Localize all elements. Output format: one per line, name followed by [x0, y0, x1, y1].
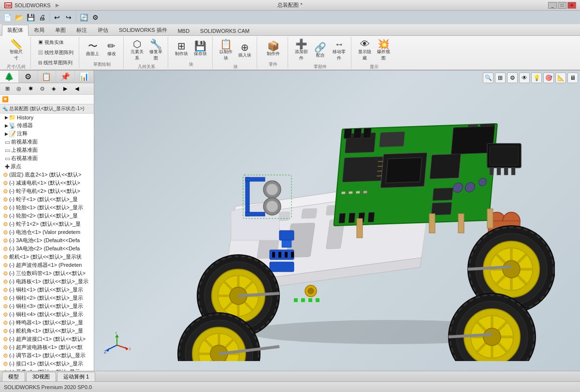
tree-item-snake1[interactable]: ⚙ (-) 蛇子<1> (默认<<默认>_显 [0, 195, 94, 203]
tab-sw-cam[interactable]: SOLIDWORKS CAM [195, 26, 255, 35]
open-button[interactable]: 📂 [14, 12, 24, 23]
tab-mbd[interactable]: MBD [173, 26, 195, 35]
tree-item-motor1[interactable]: ⚙ (-) 减速电机<1> (默认<<默认> [0, 179, 94, 187]
panel-tool-1[interactable]: ⊞ [2, 84, 13, 94]
undo-button[interactable]: ↩ [52, 12, 62, 23]
insert-block-button[interactable]: ⊕ 插入块 [236, 41, 254, 60]
panel-tool-6[interactable]: ▶ [60, 84, 71, 94]
tree-item-history[interactable]: ▶ 📁 History [0, 114, 94, 121]
add-component-button[interactable]: ➕ 添加部件 [293, 38, 310, 63]
tab-sketch[interactable]: 单图 [50, 25, 71, 35]
status-text: SOLIDWORKS Premium 2020 SP0.0 [4, 384, 92, 390]
tree-item-ultrasonic[interactable]: ⚙ (-) 超声波传感器<1> (Predeten [0, 261, 94, 269]
tree-item-tire2[interactable]: ⚙ (-) 轮胎<2> (默认<<默认>_显 [0, 212, 94, 220]
vp-display-icon[interactable]: ⚙ [507, 73, 518, 83]
panel-tool-3[interactable]: ✱ [25, 84, 36, 94]
panel-tab-appear[interactable]: 📊 [75, 71, 94, 83]
tree-item-regulator1[interactable]: ⚙ (-) 调节器<1> (默认<<默认_显示 [0, 351, 94, 360]
svg-point-91 [503, 261, 520, 278]
vp-fit-icon[interactable]: ⊞ [495, 73, 506, 83]
explode-button[interactable]: 💥 爆炸视图 [375, 38, 392, 63]
view-lines-button[interactable]: ▤ 线性草图阵列 [36, 48, 76, 58]
new-button[interactable]: 📄 [2, 12, 13, 23]
view-hide-button[interactable]: ⊟ 线性草图阵列 [36, 58, 76, 68]
smart-dim-button[interactable]: 📏 智能尺寸 [8, 38, 25, 63]
options-button[interactable]: ⚙ [90, 12, 101, 23]
tree-item-motor2[interactable]: ⚙ (-) 蛇子电机<2> (默认<<默认> [0, 187, 94, 195]
tree-item-pillar4[interactable]: ⚙ (-) 铜柱<4> (默认<<默认>_显示 [0, 310, 94, 319]
save-button[interactable]: 💾 [25, 12, 36, 23]
save-block-button[interactable]: 💾 保存块 [192, 40, 209, 58]
tree-item-us-connector[interactable]: ⚙ (-) 超声波接口<1> (默认<<默认> [0, 335, 94, 343]
tree-item-top-plane[interactable]: ▭ 上视基准面 [0, 146, 94, 154]
insert-part-button[interactable]: 📦 制作件 [264, 40, 282, 58]
tree-item-connector[interactable]: ⚙ (-) 接口<1> (默认<<默认>_显示 [0, 360, 94, 368]
close-button[interactable]: × [567, 2, 576, 9]
vp-zoom-icon[interactable]: 🔍 [483, 73, 493, 83]
svg-rect-107 [279, 231, 294, 240]
tab-3d-view[interactable]: 3D视图 [26, 372, 56, 381]
block-button[interactable]: ⊞ 制作块 [173, 40, 190, 58]
tab-annotation[interactable]: 标注 [71, 25, 92, 35]
tree-item-servo-angle[interactable]: ⚙ (-) 舵机角<1> (默认<<默认>_显 [0, 327, 94, 335]
panel-tool-4[interactable]: ⊙ [37, 84, 47, 94]
tab-layout[interactable]: 布局 [29, 25, 50, 35]
tree-item-us-pcb[interactable]: ⚙ (-) 超声波电路板<1> (默认<<默 [0, 343, 94, 351]
panel-tool-5[interactable]: ◈ [48, 84, 59, 94]
tree-item-front-plane[interactable]: ▭ 前视基准面 [0, 138, 94, 146]
tree-item-sensor[interactable]: ▶ 📡 传感器 [0, 121, 94, 130]
redo-button[interactable]: ↪ [63, 12, 74, 23]
tree-item-pillar2[interactable]: ⚙ (-) 铜柱<2> (默认<<默认>_显示 [0, 294, 94, 302]
tab-model[interactable]: 模型 [2, 372, 25, 381]
minimize-button[interactable]: _ [548, 2, 557, 9]
svg-point-50 [266, 201, 278, 212]
tree-item-right-plane[interactable]: ▭ 右视基准面 [0, 154, 94, 162]
panel-tab-config[interactable]: 📋 [38, 71, 57, 83]
copy-button[interactable]: 📋 以制作块 [218, 38, 235, 63]
elements-button[interactable]: ⬡ 元素关系 [129, 38, 146, 63]
display-button[interactable]: 👁 显示隐藏 [356, 38, 374, 63]
tree-item-battery[interactable]: ⚙ (-) 电池仓<1> (Valor predetem [0, 228, 94, 236]
tab-sw-addins[interactable]: SOLIDWORKS 插件 [114, 25, 173, 35]
tree-item-origin[interactable]: ✚ 原点 [0, 162, 94, 171]
tree-item-3a-bat2[interactable]: ⚙ (-) 3A电池<2> (Default<<Defa [0, 245, 94, 253]
vp-monitor-icon[interactable]: 🖥 [567, 73, 578, 83]
tree-area[interactable]: ▶ 📁 History ▶ 📡 传感器 ▶ 📝 注释 ▭ 前视基准面 [0, 114, 94, 371]
panel-tool-7[interactable]: ◀ [72, 84, 82, 94]
tab-assembly[interactable]: 装配体 [2, 25, 29, 36]
panel-tool-2[interactable]: ◎ [14, 84, 24, 94]
tree-item-notes[interactable]: ▶ 📝 注释 [0, 130, 94, 138]
comp-icon: ⚙ [3, 172, 8, 178]
tree-item-pcb[interactable]: ⚙ (-) 电路板<1> (默认<<默认>_显示 [0, 277, 94, 286]
sketch-button[interactable]: ✏ 修改 [103, 40, 120, 58]
tree-item-snake2[interactable]: ⚙ (-) 蛇子1<2> (默认<<默认>_显 [0, 220, 94, 228]
tree-item-display[interactable]: ⚙ (-) 三位数码管<1> (默认<<默认> [0, 269, 94, 277]
view-solid-button[interactable]: ▣ 视角实体 [36, 38, 76, 47]
tree-item-chassis[interactable]: ⚙ (固定) 底盘2<1> (默认<<默认> [0, 171, 94, 179]
viewport[interactable]: X Y Z 🔍 ⊞ ⚙ 👁 💡 🎯 📐 🖥 [94, 71, 580, 371]
fix-button[interactable]: 🔧 修复草图 [147, 38, 165, 63]
tree-item-tire1[interactable]: ⚙ (-) 轮胎<1> (默认<<默认>_显示 [0, 203, 94, 212]
vp-view-icon[interactable]: 👁 [519, 73, 530, 83]
tree-item-switch1[interactable]: ⚙ (-) 开关<1> (默认<<默认_显示 [0, 368, 94, 371]
vp-measure-icon[interactable]: 📐 [555, 73, 566, 83]
rebuild-button[interactable]: 🔄 [78, 12, 89, 23]
tab-evaluate[interactable]: 评估 [92, 25, 114, 35]
print-button[interactable]: 🖨 [37, 12, 47, 23]
tree-item-buzzer[interactable]: ⚙ (-) 蜂鸣器<1> (默认<<默认>_显 [0, 319, 94, 327]
tab-motion-study[interactable]: 运动算例 1 [57, 372, 95, 381]
tree-item-servo1[interactable]: ⚙ 舵机<1> (默认<<默认>_显示状 [0, 253, 94, 261]
mate-button[interactable]: 🔗 配合 [312, 41, 329, 60]
vp-snap-icon[interactable]: 🎯 [543, 73, 554, 83]
label: (-) 轮胎<2> (默认<<默认>_显 [9, 212, 78, 219]
tree-item-3a-bat1[interactable]: ⚙ (-) 3A电池<1> (Default<<Defa [0, 236, 94, 245]
vp-light-icon[interactable]: 💡 [531, 73, 542, 83]
maximize-button[interactable]: □ [558, 2, 566, 9]
move-component-button[interactable]: ↔ 移动零件 [331, 38, 348, 63]
panel-tab-props[interactable]: ⚙ [19, 71, 38, 83]
tree-item-pillar3[interactable]: ⚙ (-) 铜柱<3> (默认<<默认>_显示 [0, 302, 94, 310]
curve-button[interactable]: 〜 曲面上 [84, 40, 102, 58]
panel-tab-display[interactable]: 📌 [56, 71, 75, 83]
panel-tab-tree[interactable]: 🌲 [0, 71, 19, 83]
tree-item-pillar1[interactable]: ⚙ (-) 铜柱<1> (默认<<默认>_显示 [0, 286, 94, 294]
